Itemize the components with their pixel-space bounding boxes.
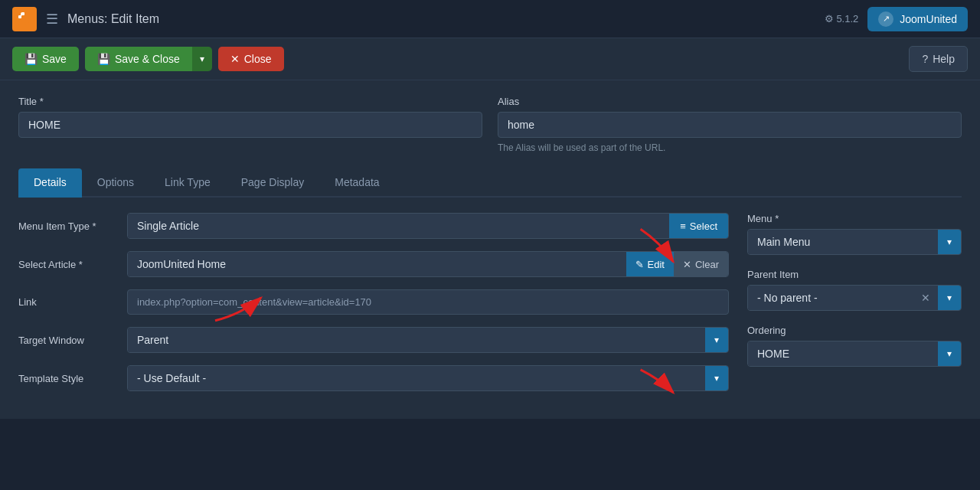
joomla-united-button[interactable]: ↗ JoomUnited	[867, 7, 968, 31]
save-close-group: 💾 Save & Close ▾	[85, 47, 212, 71]
save-close-button[interactable]: 💾 Save & Close	[85, 47, 192, 71]
title-label: Title *	[18, 96, 482, 107]
link-label: Link	[18, 296, 118, 308]
menu-item-type-row: Menu Item Type * Single Article ≡ Select	[18, 213, 729, 239]
edit-icon: ✎	[635, 259, 644, 270]
select-article-label: Select Article *	[18, 259, 118, 270]
toolbar: 💾 Save 💾 Save & Close ▾ ✕ Close ? Help	[0, 38, 980, 80]
edit-article-button[interactable]: ✎ Edit	[626, 252, 674, 276]
help-icon: ?	[922, 53, 928, 65]
parent-item-field: Parent Item - No parent - ✕ ▾	[747, 269, 962, 311]
save-close-dropdown-button[interactable]: ▾	[192, 47, 212, 71]
ext-link-icon: ↗	[878, 11, 893, 27]
tab-link-type[interactable]: Link Type	[149, 168, 226, 198]
parent-item-clear-button[interactable]: ✕	[913, 286, 938, 310]
list-icon: ≡	[680, 220, 686, 232]
save-close-icon: 💾	[97, 53, 110, 65]
joomla-logo	[12, 7, 37, 31]
alias-input[interactable]	[498, 112, 962, 138]
menu-item-type-input-group: Single Article ≡ Select	[127, 213, 729, 239]
parent-item-value: - No parent -	[748, 286, 913, 310]
toolbar-left: 💾 Save 💾 Save & Close ▾ ✕ Close	[12, 47, 284, 71]
alias-group: Alias The Alias will be used as part of …	[498, 96, 962, 153]
link-row: Link	[18, 289, 729, 315]
template-style-field: - Use Default - ▾	[127, 365, 729, 391]
select-menu-item-type-button[interactable]: ≡ Select	[669, 214, 728, 238]
select-article-field: JoomUnited Home ✎ Edit ✕ Clear	[127, 251, 729, 277]
save-icon: 💾	[24, 53, 38, 65]
tabs-bar: Details Options Link Type Page Display M…	[18, 168, 962, 198]
ordering-label: Ordering	[747, 325, 962, 336]
menu-right-field: Menu * Main Menu ▾	[747, 213, 962, 255]
details-panel: Menu Item Type * Single Article ≡ Select	[18, 213, 962, 403]
version-text: ⚙ 5.1.2	[825, 13, 859, 24]
page-title: Menus: Edit Item	[67, 12, 159, 26]
clear-icon: ✕	[683, 259, 691, 270]
menu-right-select: Main Menu ▾	[747, 229, 962, 255]
tab-metadata[interactable]: Metadata	[319, 168, 394, 198]
select-article-row: Select Article * JoomUnited Home ✎ Edit …	[18, 251, 729, 277]
target-window-field: Parent ▾	[127, 327, 729, 353]
template-style-row: Template Style - Use Default - ▾	[18, 365, 729, 391]
target-window-select: Parent ▾	[127, 327, 729, 353]
menu-item-type-value: Single Article	[128, 214, 669, 238]
select-article-input-group: JoomUnited Home ✎ Edit ✕ Clear	[127, 251, 729, 277]
topbar-right: ⚙ 5.1.2 ↗ JoomUnited	[825, 7, 968, 31]
target-window-value: Parent	[128, 328, 705, 352]
parent-item-select: - No parent - ✕ ▾	[747, 285, 962, 311]
link-input[interactable]	[127, 289, 729, 315]
ordering-value: HOME	[748, 341, 938, 366]
alias-hint: The Alias will be used as part of the UR…	[498, 142, 962, 153]
target-window-dropdown-button[interactable]: ▾	[705, 328, 728, 352]
target-window-label: Target Window	[18, 335, 118, 346]
menu-right-dropdown-button[interactable]: ▾	[938, 230, 961, 254]
menu-right-label: Menu *	[747, 213, 962, 224]
template-style-value: - Use Default -	[128, 366, 705, 390]
save-button[interactable]: 💾 Save	[12, 47, 79, 71]
template-style-dropdown-button[interactable]: ▾	[705, 366, 728, 390]
title-alias-row: Title * Alias The Alias will be used as …	[18, 96, 962, 153]
topbar-left: ☰ Menus: Edit Item	[12, 7, 159, 31]
tab-options[interactable]: Options	[82, 168, 149, 198]
template-style-label: Template Style	[18, 373, 118, 384]
tab-page-display[interactable]: Page Display	[226, 168, 320, 198]
template-style-select: - Use Default - ▾	[127, 365, 729, 391]
title-input[interactable]	[18, 112, 482, 138]
select-article-value: JoomUnited Home	[128, 252, 626, 276]
close-icon: ✕	[230, 53, 240, 65]
tab-details[interactable]: Details	[18, 168, 82, 198]
ordering-dropdown-button[interactable]: ▾	[938, 341, 961, 366]
clear-article-button[interactable]: ✕ Clear	[674, 252, 728, 276]
menu-item-type-label: Menu Item Type *	[18, 220, 118, 232]
topbar: ☰ Menus: Edit Item ⚙ 5.1.2 ↗ JoomUnited	[0, 0, 980, 38]
ordering-select: HOME ▾	[747, 341, 962, 367]
alias-label: Alias	[498, 96, 962, 107]
details-right: Menu * Main Menu ▾ Parent Item - No pare…	[747, 213, 962, 403]
title-group: Title *	[18, 96, 482, 153]
parent-item-label: Parent Item	[747, 269, 962, 280]
ordering-field: Ordering HOME ▾	[747, 325, 962, 367]
menu-toggle-icon[interactable]: ☰	[46, 11, 58, 28]
link-field	[127, 289, 729, 315]
menu-item-type-field: Single Article ≡ Select	[127, 213, 729, 239]
help-button[interactable]: ? Help	[909, 46, 968, 72]
details-left: Menu Item Type * Single Article ≡ Select	[18, 213, 729, 403]
parent-item-dropdown-button[interactable]: ▾	[938, 286, 961, 310]
main-content: Title * Alias The Alias will be used as …	[0, 80, 980, 419]
close-button[interactable]: ✕ Close	[218, 47, 284, 71]
target-window-row: Target Window Parent ▾	[18, 327, 729, 353]
menu-right-value: Main Menu	[748, 230, 938, 254]
